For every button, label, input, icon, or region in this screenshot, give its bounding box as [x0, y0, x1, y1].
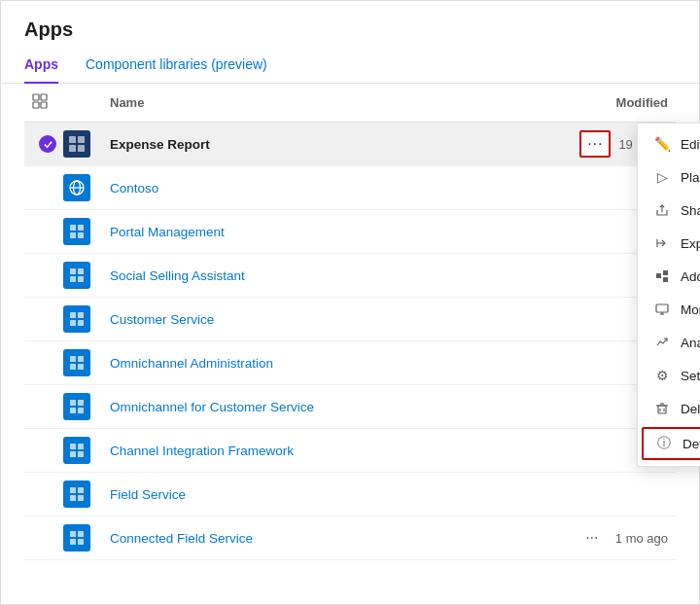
- tab-apps[interactable]: Apps: [24, 49, 58, 84]
- app-icon-svg: [68, 135, 86, 153]
- share-svg: [655, 203, 669, 217]
- menu-item-label: Settings: [681, 369, 700, 383]
- settings-icon: ⚙: [653, 367, 671, 384]
- menu-item-edit[interactable]: ✏️ Edit: [638, 127, 700, 160]
- teams-icon: [653, 267, 671, 285]
- app-icon: [63, 262, 90, 289]
- app-name: Omnichannel Administration: [110, 356, 512, 371]
- app-icon-col: [63, 174, 110, 201]
- svg-rect-54: [78, 531, 84, 537]
- svg-rect-7: [78, 145, 85, 152]
- svg-rect-6: [69, 145, 76, 152]
- menu-item-label: Share: [681, 203, 700, 218]
- export-icon: [653, 234, 671, 252]
- svg-rect-46: [78, 444, 84, 449]
- row-ellipsis[interactable]: ···: [577, 529, 608, 547]
- menu-item-export[interactable]: Export package: [638, 227, 700, 260]
- app-name: Channel Integration Framework: [110, 444, 512, 458]
- grid-icon: [32, 93, 48, 109]
- tab-component-libraries[interactable]: Component libraries (preview): [86, 49, 267, 84]
- menu-item-play[interactable]: ▷ Play: [638, 160, 700, 194]
- svg-rect-48: [78, 451, 84, 457]
- app-name: Contoso: [110, 181, 512, 196]
- app-icon: [63, 218, 90, 245]
- app-name: Social Selling Assistant: [110, 268, 512, 283]
- svg-rect-56: [78, 539, 84, 545]
- menu-item-settings[interactable]: ⚙ Settings: [638, 359, 700, 392]
- svg-rect-52: [78, 495, 84, 501]
- selected-indicator: [39, 135, 56, 153]
- menu-item-share[interactable]: Share: [638, 194, 700, 227]
- monitor-icon: [653, 301, 671, 318]
- globe-svg: [68, 179, 86, 196]
- svg-rect-51: [70, 495, 76, 501]
- table-row[interactable]: Channel Integration Framework: [24, 429, 676, 473]
- modified-cell: ··· 1 mo ago: [512, 529, 668, 547]
- app-icon-col: [63, 130, 110, 158]
- table-row[interactable]: Social Selling Assistant: [24, 254, 676, 298]
- app-name: Portal Management: [110, 225, 512, 239]
- ellipsis-dots: ···: [587, 135, 603, 153]
- svg-rect-4: [69, 136, 76, 143]
- app-window: Apps Apps Component libraries (preview) …: [0, 0, 700, 605]
- menu-item-details[interactable]: ⓘ Details: [642, 427, 700, 460]
- menu-item-label: Delete: [681, 402, 700, 416]
- menu-item-delete[interactable]: Delete: [638, 392, 700, 425]
- table-row[interactable]: Portal Management: [24, 210, 676, 254]
- app-icon-svg: [68, 485, 86, 503]
- app-icon: [63, 393, 90, 420]
- svg-rect-31: [70, 276, 76, 282]
- svg-rect-45: [70, 444, 76, 449]
- pencil-icon: ✏️: [653, 135, 671, 153]
- svg-rect-12: [663, 270, 668, 275]
- svg-rect-26: [78, 225, 84, 231]
- context-menu: ✏️ Edit ▷ Play: [637, 123, 700, 467]
- table-row[interactable]: Customer Service: [24, 298, 676, 341]
- menu-item-label: Play: [681, 170, 700, 185]
- monitor-svg: [655, 302, 669, 316]
- app-icon-col: [63, 349, 110, 376]
- info-icon: ⓘ: [655, 435, 673, 452]
- menu-item-add-teams[interactable]: Add to Teams: [638, 260, 700, 293]
- app-icon: [63, 174, 90, 201]
- svg-rect-28: [78, 232, 84, 238]
- svg-rect-34: [78, 312, 84, 318]
- table-row[interactable]: Omnichannel for Customer Service: [24, 385, 676, 429]
- page-title: Apps: [1, 1, 699, 49]
- checkmark-icon: [43, 139, 53, 150]
- table-row[interactable]: Connected Field Service ··· 1 mo ago: [24, 516, 676, 560]
- app-icon: [63, 349, 90, 376]
- modified-text: 1 mo ago: [615, 531, 668, 546]
- svg-rect-53: [70, 531, 76, 537]
- svg-rect-33: [70, 312, 76, 318]
- apps-table: Name Modified: [1, 84, 699, 560]
- delete-svg: [655, 402, 669, 415]
- svg-rect-43: [70, 408, 76, 413]
- svg-rect-25: [70, 225, 76, 231]
- analytics-svg: [655, 336, 669, 349]
- menu-item-label: Export package: [681, 236, 700, 251]
- svg-rect-55: [70, 539, 76, 545]
- svg-rect-2: [33, 102, 39, 108]
- table-row[interactable]: Contoso: [24, 166, 676, 210]
- menu-item-label: Add to Teams: [681, 269, 700, 284]
- menu-item-analytics[interactable]: Analytics (preview): [638, 326, 700, 359]
- app-icon-col: [63, 480, 110, 508]
- delete-icon: [653, 400, 671, 417]
- ellipsis-button[interactable]: ···: [579, 130, 611, 158]
- app-icon-svg: [68, 529, 86, 547]
- app-icon-svg: [68, 442, 86, 459]
- app-icon-col: [63, 524, 110, 552]
- app-icon-col: [63, 218, 110, 245]
- table-row[interactable]: Expense Report ··· 19 h ago ✏️ Edit ▷ Pl…: [24, 123, 676, 166]
- table-row[interactable]: Omnichannel Administration: [24, 341, 676, 385]
- svg-rect-39: [70, 364, 76, 370]
- menu-item-monitor[interactable]: Monitor: [638, 293, 700, 326]
- teams-svg: [655, 269, 669, 283]
- export-svg: [655, 236, 669, 250]
- app-icon: [63, 130, 90, 158]
- analytics-icon: [653, 334, 671, 351]
- table-row[interactable]: Field Service: [24, 473, 676, 516]
- app-icon-svg: [68, 223, 86, 240]
- app-icon-svg: [68, 354, 86, 372]
